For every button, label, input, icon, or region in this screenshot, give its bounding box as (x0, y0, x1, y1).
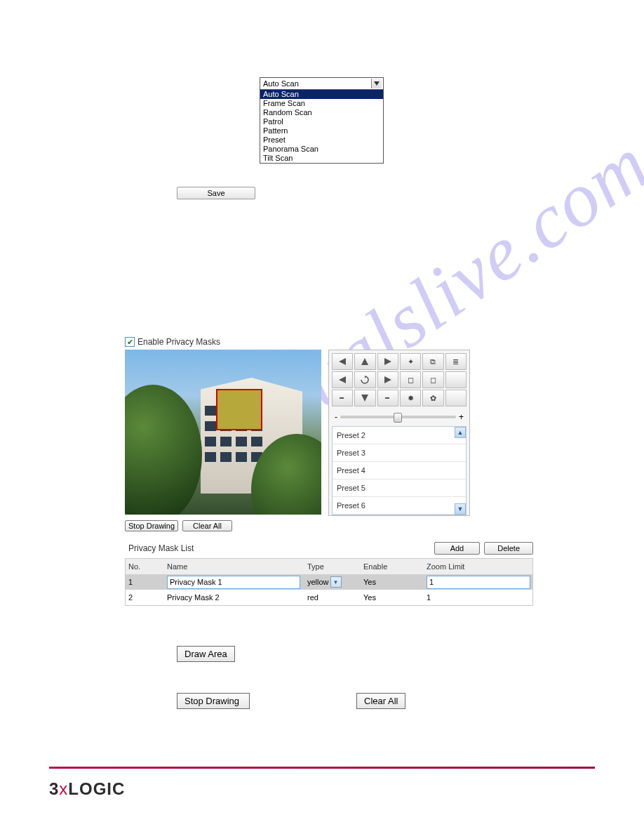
clear-all-button[interactable]: Clear All (356, 693, 405, 709)
svg-rect-9 (385, 397, 389, 399)
minus-icon[interactable]: - (335, 412, 337, 422)
footer-divider (49, 767, 595, 769)
ptz-up-left-button[interactable] (332, 353, 353, 370)
dropdown-item[interactable]: Panorama Scan (260, 145, 383, 154)
enable-privacy-masks-row[interactable]: ✔ Enable Privacy Masks (125, 337, 539, 347)
preset-item[interactable]: Preset 4 (333, 462, 466, 479)
brand-post: LOGIC (68, 779, 125, 798)
ptz-up-button[interactable] (354, 353, 375, 370)
focus-icon[interactable]: ≣ (445, 353, 467, 370)
checkbox-icon[interactable]: ✔ (125, 337, 135, 347)
col-no: No. (126, 562, 164, 571)
dropdown-item[interactable]: Patrol (260, 117, 383, 126)
tree-graphic (125, 385, 202, 515)
zoom-out-icon[interactable]: ⧉ (422, 353, 443, 370)
cell-enable: Yes (361, 578, 424, 586)
dropdown-selected-row[interactable]: Auto Scan (260, 78, 383, 90)
preset-item[interactable]: Preset 2 (333, 427, 466, 444)
col-name: Name (164, 562, 304, 571)
svg-marker-8 (361, 395, 368, 402)
delete-button[interactable]: Delete (484, 542, 533, 555)
cell-zoom[interactable] (424, 576, 532, 589)
dropdown-item[interactable]: Random Scan (260, 108, 383, 117)
iris-open-icon[interactable]: ◻ (400, 371, 421, 388)
ptz-left-button[interactable] (332, 371, 353, 388)
save-button[interactable]: Save (177, 187, 255, 199)
zoom-input[interactable] (427, 576, 530, 589)
zoom-in-icon[interactable]: ✦ (400, 353, 421, 370)
plus-icon[interactable]: + (459, 412, 464, 422)
slider-thumb[interactable] (394, 413, 402, 423)
privacy-mask-list-title: Privacy Mask List (125, 543, 194, 553)
ptz-filler (445, 371, 467, 388)
preset-item[interactable]: Preset 6 (333, 497, 466, 515)
slider-track[interactable] (340, 416, 456, 418)
chevron-down-icon[interactable]: ▼ (330, 576, 342, 588)
cell-no: 2 (126, 593, 164, 602)
preset-item[interactable]: Preset 5 (333, 479, 466, 497)
stop-drawing-button[interactable]: Stop Drawing (177, 693, 250, 709)
brand-pre: 3 (49, 779, 59, 798)
cell-name[interactable] (164, 576, 304, 589)
ptz-right-button[interactable] (377, 371, 398, 388)
dropdown-item[interactable]: Frame Scan (260, 99, 383, 108)
dropdown-item[interactable]: Tilt Scan (260, 154, 383, 163)
ptz-down-right-button[interactable] (377, 390, 398, 406)
enable-privacy-masks-label: Enable Privacy Masks (137, 337, 220, 347)
svg-marker-2 (361, 358, 368, 365)
dropdown-selected-value: Auto Scan (263, 79, 299, 88)
col-enable: Enable (361, 562, 424, 571)
preset-item[interactable]: Preset 3 (333, 444, 466, 462)
table-header-row: No. Name Type Enable Zoom Limit (126, 559, 532, 574)
dropdown-item[interactable]: Preset (260, 135, 383, 145)
table-row[interactable]: 1 yellow ▼ Yes (126, 574, 532, 590)
park-action-dropdown[interactable]: Auto Scan Auto Scan Frame Scan Random Sc… (260, 77, 384, 164)
ptz-down-left-button[interactable] (332, 390, 353, 406)
cell-name: Privacy Mask 2 (164, 593, 304, 602)
dropdown-item[interactable]: Pattern (260, 126, 383, 135)
camera-preview[interactable] (125, 350, 321, 515)
light-icon[interactable]: ✹ (400, 390, 421, 406)
cell-enable: Yes (361, 593, 424, 602)
stop-drawing-button[interactable]: Stop Drawing (125, 520, 178, 531)
svg-marker-3 (384, 358, 391, 365)
ptz-up-right-button[interactable] (377, 353, 398, 370)
wiper-icon[interactable]: ✿ (422, 390, 443, 406)
scroll-down-icon[interactable]: ▼ (455, 503, 466, 515)
svg-rect-7 (340, 397, 344, 399)
svg-marker-1 (339, 358, 346, 365)
ptz-speed-slider[interactable]: - + (329, 409, 469, 425)
type-value: yellow (307, 578, 329, 586)
svg-marker-6 (384, 376, 391, 383)
ptz-control-panel: ✦ ⧉ ≣ ◻ ◻ ✹ ✿ - + ▲ (328, 350, 470, 516)
ptz-down-button[interactable] (354, 390, 375, 406)
cell-zoom: 1 (424, 593, 532, 602)
svg-marker-4 (339, 376, 346, 383)
name-input[interactable] (167, 576, 300, 589)
dropdown-item[interactable]: Auto Scan (260, 90, 383, 99)
cell-type[interactable]: yellow ▼ (304, 576, 361, 588)
privacy-mask-rectangle[interactable] (216, 389, 262, 430)
ptz-auto-button[interactable] (354, 371, 375, 388)
add-button[interactable]: Add (434, 542, 481, 555)
iris-close-icon[interactable]: ◻ (422, 371, 443, 388)
clear-all-button[interactable]: Clear All (182, 520, 232, 531)
col-zoom: Zoom Limit (424, 562, 532, 571)
preset-list: ▲ Preset 2 Preset 3 Preset 4 Preset 5 Pr… (332, 426, 467, 515)
scroll-up-icon[interactable]: ▲ (455, 427, 466, 438)
col-type: Type (304, 562, 361, 571)
cell-no: 1 (126, 578, 164, 586)
svg-marker-0 (374, 81, 380, 86)
ptz-filler (445, 390, 467, 406)
brand-logo: 3xLOGIC (49, 779, 125, 799)
chevron-down-icon[interactable] (371, 79, 382, 88)
draw-area-button[interactable]: Draw Area (177, 646, 235, 662)
table-row[interactable]: 2 Privacy Mask 2 red Yes 1 (126, 590, 532, 605)
cell-type: red (304, 593, 361, 602)
brand-x: x (59, 779, 68, 798)
privacy-mask-list-section: Privacy Mask List Add Delete No. Name Ty… (125, 540, 533, 606)
privacy-mask-table: No. Name Type Enable Zoom Limit 1 yellow… (125, 558, 533, 606)
dropdown-list: Auto Scan Frame Scan Random Scan Patrol … (260, 90, 383, 163)
